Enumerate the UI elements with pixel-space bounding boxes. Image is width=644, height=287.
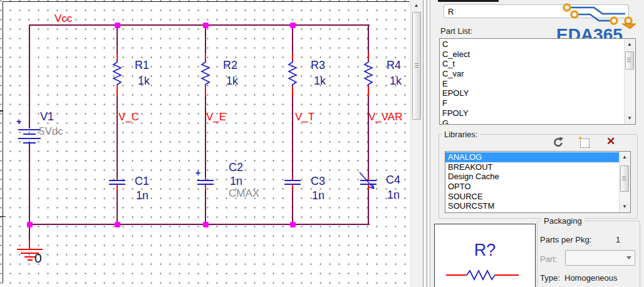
wire[interactable] bbox=[205, 190, 206, 225]
r4-ref[interactable]: R4 bbox=[387, 59, 401, 72]
r3-ref[interactable]: R3 bbox=[311, 59, 325, 72]
resistor-symbol-r2[interactable] bbox=[200, 59, 210, 88]
net-label-vvar[interactable]: V_VAR bbox=[368, 111, 403, 123]
thumb-grip bbox=[622, 176, 626, 181]
panel-splitter[interactable] bbox=[422, 0, 431, 287]
c1-ref[interactable]: C1 bbox=[135, 175, 149, 188]
resistor-pin[interactable] bbox=[292, 86, 293, 97]
net-label-ve[interactable]: V_E bbox=[206, 111, 226, 123]
capacitor-symbol-c3[interactable] bbox=[284, 180, 301, 181]
packaging-title: Packaging bbox=[541, 216, 584, 226]
schematic-canvas[interactable]: + + bbox=[0, 0, 410, 287]
c4-ref[interactable]: C4 bbox=[386, 174, 400, 187]
new-library-icon[interactable]: ✶ bbox=[580, 138, 589, 148]
wire[interactable] bbox=[205, 24, 206, 54]
scroll-down-icon[interactable]: ▼ bbox=[625, 113, 635, 123]
ground-symbol[interactable] bbox=[28, 259, 33, 261]
wire[interactable] bbox=[292, 190, 293, 225]
ground-pin[interactable] bbox=[29, 241, 30, 249]
scrollbar-thumb[interactable] bbox=[412, 12, 421, 120]
scroll-down-icon[interactable]: ▼ bbox=[620, 202, 630, 212]
capacitor-symbol-c1[interactable] bbox=[109, 180, 125, 181]
net-label-vcc[interactable]: Vcc bbox=[55, 13, 72, 25]
wire[interactable] bbox=[368, 190, 369, 225]
net-label-vt[interactable]: V_T bbox=[295, 111, 314, 123]
v1-battery-symbol[interactable] bbox=[18, 129, 41, 130]
r2-ref[interactable]: R2 bbox=[223, 59, 237, 72]
resistor-symbol-r4[interactable] bbox=[363, 59, 373, 88]
list-item[interactable]: E bbox=[440, 79, 625, 89]
resistor-pin[interactable] bbox=[368, 86, 369, 97]
r1-ref[interactable]: R1 bbox=[135, 59, 149, 72]
libraries-list[interactable]: ANALOGBREAKOUTDesign CacheOPTOSOURCESOUR… bbox=[445, 151, 631, 213]
list-item[interactable]: FPOLY bbox=[440, 108, 625, 118]
list-item[interactable]: BREAKOUT bbox=[445, 162, 620, 172]
libraries-scrollbar[interactable]: ▲ ▼ bbox=[619, 152, 630, 212]
c3-value[interactable]: 1n bbox=[312, 189, 325, 202]
c2-ref[interactable]: C2 bbox=[229, 161, 243, 174]
refresh-icon[interactable] bbox=[553, 137, 564, 148]
part-list[interactable]: CC_electC_tC_varEEPOLYFFPOLYG ▲ ▼ bbox=[439, 38, 636, 125]
r4-value[interactable]: 1k bbox=[390, 75, 402, 88]
junction-dot bbox=[290, 222, 296, 227]
wire[interactable] bbox=[205, 96, 206, 178]
part-list-label: Part List: bbox=[440, 26, 472, 36]
capacitor-symbol-c2[interactable] bbox=[197, 180, 214, 181]
list-item[interactable]: F bbox=[440, 98, 625, 108]
c1-value[interactable]: 1n bbox=[136, 189, 148, 202]
wire[interactable] bbox=[117, 190, 118, 225]
thumb-grip bbox=[627, 58, 631, 63]
v1-ref[interactable]: V1 bbox=[40, 110, 54, 123]
list-item[interactable]: ANALOG bbox=[445, 152, 620, 162]
r1-value[interactable]: 1k bbox=[138, 75, 150, 88]
wire-vcc-rail[interactable] bbox=[29, 24, 370, 26]
v1-value[interactable]: 5Vdc bbox=[39, 125, 63, 138]
wire-gnd-rail[interactable] bbox=[29, 224, 370, 225]
scroll-up-icon[interactable]: ▲ bbox=[625, 39, 635, 50]
list-item[interactable]: C_t bbox=[440, 59, 625, 69]
delete-library-icon[interactable]: ✕ bbox=[606, 135, 615, 148]
c2-tolerance[interactable]: CMAX bbox=[229, 187, 259, 200]
resistor-symbol-r1[interactable] bbox=[112, 59, 122, 88]
wire[interactable] bbox=[368, 96, 369, 178]
resistor-pin[interactable] bbox=[117, 86, 118, 97]
list-item[interactable]: OPTO bbox=[445, 182, 620, 192]
scrollbar-thumb[interactable] bbox=[625, 51, 634, 70]
ground-label[interactable]: 0 bbox=[34, 251, 42, 266]
c4-value[interactable]: 1n bbox=[387, 189, 400, 202]
list-item[interactable]: EPOLY bbox=[440, 88, 625, 98]
scrollbar-thumb[interactable] bbox=[620, 165, 629, 192]
v1-battery-symbol[interactable] bbox=[23, 133, 36, 135]
wire[interactable] bbox=[117, 96, 118, 178]
c3-ref[interactable]: C3 bbox=[311, 175, 325, 188]
net-label-vc[interactable]: V_C bbox=[118, 111, 139, 123]
c2-value[interactable]: 1n bbox=[230, 175, 242, 188]
wire[interactable] bbox=[292, 24, 293, 54]
v1-battery-symbol[interactable] bbox=[18, 138, 41, 139]
thumb-grip bbox=[415, 63, 418, 68]
list-item[interactable]: C bbox=[440, 39, 625, 50]
r3-value[interactable]: 1k bbox=[314, 75, 326, 88]
ground-symbol[interactable] bbox=[17, 249, 43, 250]
part-list-scrollbar[interactable]: ▲ ▼ bbox=[624, 39, 635, 124]
list-item[interactable]: C_elect bbox=[440, 50, 625, 60]
type-label: Type: bbox=[540, 273, 560, 283]
wire-v1-bottom[interactable] bbox=[29, 144, 30, 225]
r2-value[interactable]: 1k bbox=[226, 75, 238, 88]
scroll-up-icon[interactable]: ▲ bbox=[411, 1, 422, 11]
wire[interactable] bbox=[368, 24, 369, 54]
schematic-vertical-scrollbar[interactable]: ▲ bbox=[410, 0, 422, 287]
resistor-pin[interactable] bbox=[205, 86, 206, 97]
part-combobox[interactable] bbox=[565, 250, 635, 266]
list-item[interactable]: SOURCE bbox=[445, 192, 620, 202]
resistor-symbol-r3[interactable] bbox=[288, 59, 298, 88]
scroll-up-icon[interactable]: ▲ bbox=[620, 152, 630, 162]
wire[interactable] bbox=[117, 24, 118, 54]
wire[interactable] bbox=[292, 96, 293, 178]
ground-symbol[interactable] bbox=[24, 256, 35, 258]
list-item[interactable]: Design Cache bbox=[445, 172, 620, 182]
wire-v1-top[interactable] bbox=[29, 24, 30, 128]
list-item[interactable]: C_var bbox=[440, 69, 625, 79]
list-item[interactable]: SOURCSTM bbox=[445, 201, 620, 211]
list-item[interactable]: G bbox=[440, 118, 625, 125]
